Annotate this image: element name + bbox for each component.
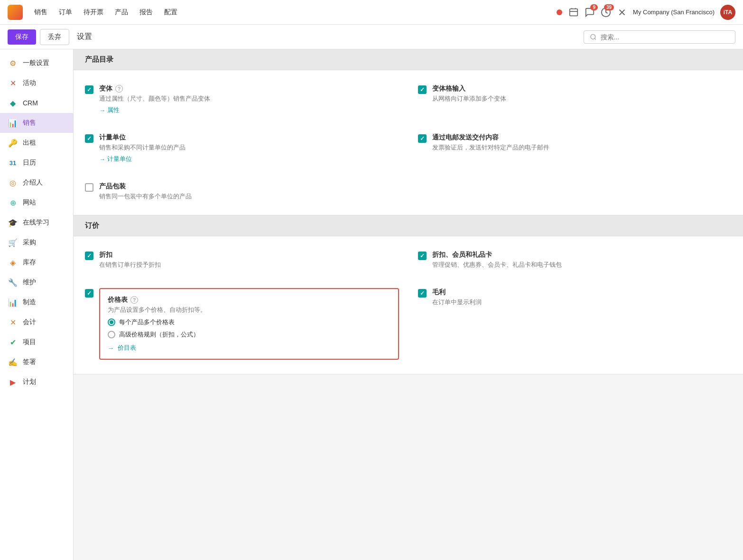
sidebar-label-plan: 计划: [23, 378, 36, 386]
discount-checkbox[interactable]: [85, 252, 93, 260]
packaging-checkbox[interactable]: [85, 183, 93, 192]
uom-text: 计量单位 销售和采购不同计量单位的产品 → 计量单位: [99, 133, 186, 163]
sidebar-item-maintenance[interactable]: 🔧 维护: [0, 272, 73, 292]
radio-advanced-pricelist[interactable]: 高级价格规则（折扣，公式）: [108, 330, 390, 339]
radio-multi-pricelist[interactable]: 每个产品多个价格表: [108, 318, 390, 327]
chat-icon[interactable]: 9: [585, 7, 595, 18]
uom-checkbox[interactable]: [85, 134, 93, 143]
search-icon: [590, 33, 597, 41]
sidebar-item-inventory[interactable]: ◈ 库存: [0, 252, 73, 272]
sidebar-label-purchase: 采购: [23, 238, 36, 247]
sidebar-label-activity: 活动: [23, 79, 36, 87]
margin-description: 在订单中显示利润: [432, 298, 482, 307]
nav-config[interactable]: 配置: [164, 6, 177, 19]
sidebar-item-calendar[interactable]: 31 日历: [0, 153, 73, 173]
logo-icon: [8, 5, 23, 20]
sidebar-item-manufacturing[interactable]: 📊 制造: [0, 292, 73, 312]
email-delivery-description: 发票验证后，发送针对特定产品的电子邮件: [432, 143, 549, 152]
search-box[interactable]: [584, 30, 735, 44]
search-input[interactable]: [601, 33, 729, 41]
main-layout: ⚙ 一般设置 ✕ 活动 ◆ CRM 📊 销售 🔑 出租 31 日历 ◎ 介绍人 …: [0, 49, 743, 560]
save-button[interactable]: 保存: [8, 29, 36, 45]
sidebar-item-general[interactable]: ⚙ 一般设置: [0, 53, 73, 73]
sidebar-item-sign[interactable]: ✍ 签署: [0, 352, 73, 372]
pricelist-help-icon[interactable]: ?: [130, 296, 138, 304]
app-logo[interactable]: [8, 5, 23, 20]
sidebar-item-activity[interactable]: ✕ 活动: [0, 73, 73, 93]
product-catalog-grid: 变体 ? 通过属性（尺寸、颜色等）销售产品变体 → 属性: [85, 80, 732, 205]
company-name: My Company (San Francisco): [633, 9, 715, 16]
variant-input-text: 变体格输入 从网格向订单添加多个变体: [432, 84, 506, 103]
user-avatar[interactable]: iTA: [720, 5, 735, 20]
discount-voucher-text: 折扣、会员和礼品卡 管理促销、优惠券、会员卡、礼品卡和电子钱包: [432, 251, 562, 269]
discount-voucher-checkbox[interactable]: [418, 252, 427, 260]
uom-link-label: 计量单位: [107, 155, 132, 163]
setting-variants: 变体 ? 通过属性（尺寸、颜色等）销售产品变体 → 属性: [85, 80, 399, 119]
margin-checkbox[interactable]: [418, 289, 427, 298]
setting-uom: 计量单位 销售和采购不同计量单位的产品 → 计量单位: [85, 129, 399, 168]
email-delivery-checkbox[interactable]: [418, 134, 427, 143]
variants-label: 变体: [99, 84, 112, 93]
pricing-content: 折扣 在销售订单行授予折扣 折扣、会员和礼品卡 管理促销、优惠券、会员卡、礼品卡…: [74, 236, 743, 374]
sidebar-item-accounting[interactable]: ✕ 会计: [0, 312, 73, 332]
pricelist-link[interactable]: → 价目表: [108, 344, 136, 352]
setting-packaging: 产品包装 销售同一包装中有多个单位的产品: [85, 177, 399, 205]
sidebar-label-sales: 销售: [23, 119, 36, 127]
elearn-icon: 🎓: [8, 217, 18, 228]
sidebar-item-plan[interactable]: ▶ 计划: [0, 372, 73, 392]
sidebar-label-elearn: 在线学习: [23, 218, 49, 227]
nav-invoicing[interactable]: 待开票: [84, 6, 103, 19]
sidebar: ⚙ 一般设置 ✕ 活动 ◆ CRM 📊 销售 🔑 出租 31 日历 ◎ 介绍人 …: [0, 49, 74, 560]
pricelist-description: 为产品设置多个价格、自动折扣等。: [108, 306, 390, 314]
setting-margin: 毛利 在订单中显示利润: [418, 283, 732, 364]
manufacturing-icon: 📊: [8, 297, 18, 308]
nav-right: 9 39 My Company (San Francisco) iTA: [556, 5, 735, 20]
pricelist-checkbox[interactable]: [85, 289, 93, 298]
setting-variant-input: 变体格输入 从网格向订单添加多个变体: [418, 80, 732, 119]
sidebar-item-crm[interactable]: ◆ CRM: [0, 93, 73, 113]
nav-orders[interactable]: 订单: [59, 6, 72, 19]
variant-input-description: 从网格向订单添加多个变体: [432, 94, 506, 103]
project-icon: ✔: [8, 337, 18, 347]
activity-sidebar-icon: ✕: [8, 78, 18, 88]
sidebar-label-calendar: 日历: [23, 159, 36, 167]
pricelist-highlight-box: 价格表 ? 为产品设置多个价格、自动折扣等。 每个产品多个价格表 高级价格规则（…: [99, 288, 399, 360]
nav-sales[interactable]: 销售: [34, 6, 47, 19]
discount-description: 在销售订单行授予折扣: [99, 261, 161, 269]
sidebar-label-sign: 签署: [23, 358, 36, 366]
variants-link[interactable]: → 属性: [99, 106, 120, 114]
activity-badge: 39: [604, 4, 614, 10]
pricing-header: 订价: [74, 215, 743, 236]
setting-email-delivery: 通过电邮发送交付内容 发票验证后，发送针对特定产品的电子邮件: [418, 129, 732, 168]
uom-link[interactable]: → 计量单位: [99, 155, 132, 163]
status-dot[interactable]: [556, 9, 563, 16]
sidebar-item-purchase[interactable]: 🛒 采购: [0, 233, 73, 252]
pricing-grid: 折扣 在销售订单行授予折扣 折扣、会员和礼品卡 管理促销、优惠券、会员卡、礼品卡…: [85, 246, 732, 364]
variants-help-icon[interactable]: ?: [115, 85, 123, 93]
nav-reports[interactable]: 报告: [139, 6, 153, 19]
sidebar-item-rental[interactable]: 🔑 出租: [0, 133, 73, 153]
website-icon: ⊕: [8, 197, 18, 208]
packaging-description: 销售同一包装中有多个单位的产品: [99, 192, 192, 201]
discard-button[interactable]: 丢弃: [40, 29, 69, 45]
discount-voucher-description: 管理促销、优惠券、会员卡、礼品卡和电子钱包: [432, 261, 562, 269]
pricelist-label: 价格表: [108, 296, 128, 304]
pricelist-link-label: 价目表: [118, 344, 136, 352]
sidebar-item-elearn[interactable]: 🎓 在线学习: [0, 213, 73, 233]
sidebar-item-sales[interactable]: 📊 销售: [0, 113, 73, 133]
phone-icon[interactable]: [568, 7, 579, 18]
email-delivery-label: 通过电邮发送交付内容: [432, 133, 499, 142]
variant-input-label: 变体格输入: [432, 84, 465, 93]
uom-label: 计量单位: [99, 133, 126, 142]
sidebar-item-referral[interactable]: ◎ 介绍人: [0, 173, 73, 193]
maintenance-icon: 🔧: [8, 277, 18, 288]
nav-products[interactable]: 产品: [115, 6, 128, 19]
variants-checkbox[interactable]: [85, 85, 93, 94]
close-icon[interactable]: [617, 7, 627, 18]
sidebar-item-project[interactable]: ✔ 项目: [0, 332, 73, 352]
activity-icon[interactable]: 39: [601, 7, 611, 18]
sidebar-item-website[interactable]: ⊕ 网站: [0, 193, 73, 213]
email-delivery-text: 通过电邮发送交付内容 发票验证后，发送针对特定产品的电子邮件: [432, 133, 549, 152]
product-catalog-header: 产品目录: [74, 49, 743, 70]
variant-input-checkbox[interactable]: [418, 85, 427, 94]
